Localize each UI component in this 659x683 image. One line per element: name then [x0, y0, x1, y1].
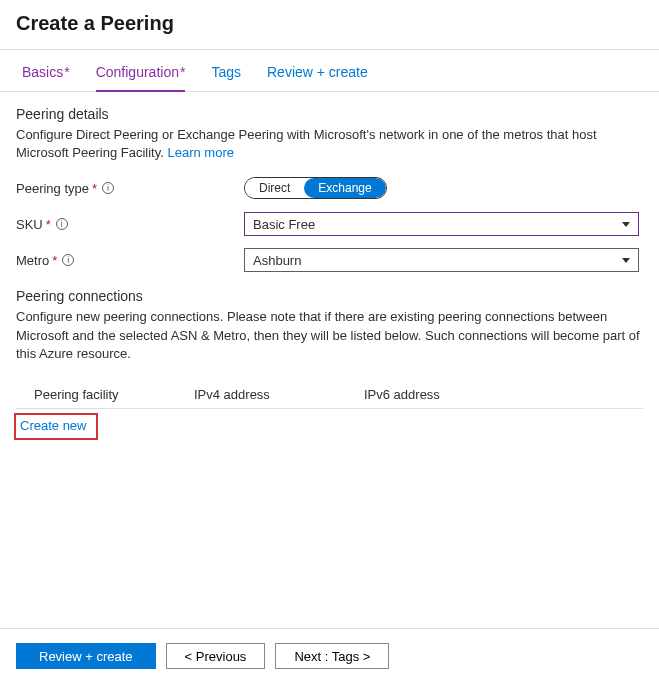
peering-details-description: Configure Direct Peering or Exchange Pee…	[16, 126, 643, 162]
required-indicator: *	[180, 64, 185, 80]
review-create-button[interactable]: Review + create	[16, 643, 156, 669]
info-icon[interactable]: i	[56, 218, 68, 230]
column-ipv4-address: IPv4 address	[194, 387, 364, 402]
sku-label: SKU * i	[16, 217, 244, 232]
peering-connections-description: Configure new peering connections. Pleas…	[16, 308, 643, 363]
required-indicator: *	[46, 217, 51, 232]
create-new-highlight: Create new	[14, 413, 98, 440]
metro-value: Ashburn	[253, 253, 301, 268]
column-ipv6-address: IPv6 address	[364, 387, 524, 402]
learn-more-link[interactable]: Learn more	[167, 145, 233, 160]
tab-configuration-label: Configuration	[96, 64, 179, 80]
tab-review-create[interactable]: Review + create	[267, 64, 368, 91]
sku-value: Basic Free	[253, 217, 315, 232]
required-indicator: *	[64, 64, 69, 80]
peering-details-heading: Peering details	[16, 106, 643, 122]
label-text: Metro	[16, 253, 49, 268]
tab-configuration[interactable]: Configuration*	[96, 64, 186, 92]
footer-actions: Review + create < Previous Next : Tags >	[0, 628, 659, 683]
label-text: Peering type	[16, 181, 89, 196]
tab-basics[interactable]: Basics*	[22, 64, 70, 91]
tab-tags[interactable]: Tags	[211, 64, 241, 91]
peering-type-direct[interactable]: Direct	[245, 178, 304, 198]
details-text: Configure Direct Peering or Exchange Pee…	[16, 127, 597, 160]
peering-type-exchange[interactable]: Exchange	[304, 178, 385, 198]
connections-table-header: Peering facility IPv4 address IPv6 addre…	[16, 381, 643, 409]
required-indicator: *	[52, 253, 57, 268]
next-button[interactable]: Next : Tags >	[275, 643, 389, 669]
peering-type-toggle[interactable]: Direct Exchange	[244, 177, 387, 199]
info-icon[interactable]: i	[102, 182, 114, 194]
previous-button[interactable]: < Previous	[166, 643, 266, 669]
metro-select[interactable]: Ashburn	[244, 248, 639, 272]
tab-basics-label: Basics	[22, 64, 63, 80]
column-peering-facility: Peering facility	[34, 387, 194, 402]
create-new-link[interactable]: Create new	[20, 418, 86, 433]
sku-select[interactable]: Basic Free	[244, 212, 639, 236]
info-icon[interactable]: i	[62, 254, 74, 266]
page-title: Create a Peering	[16, 12, 643, 35]
required-indicator: *	[92, 181, 97, 196]
label-text: SKU	[16, 217, 43, 232]
metro-label: Metro * i	[16, 253, 244, 268]
peering-connections-heading: Peering connections	[16, 288, 643, 304]
peering-type-label: Peering type * i	[16, 181, 244, 196]
tab-bar: Basics* Configuration* Tags Review + cre…	[0, 50, 659, 92]
